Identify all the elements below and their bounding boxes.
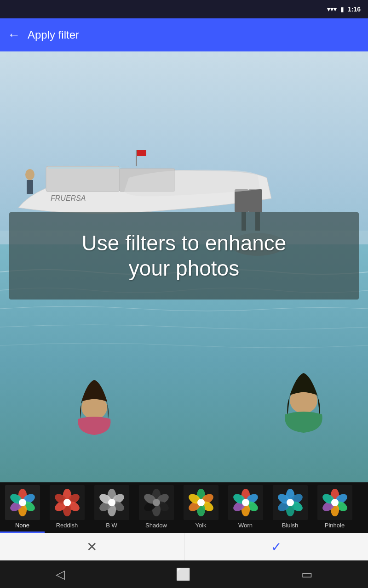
action-bar: ✕ ✓ (0, 533, 368, 560)
filter-item-bluish[interactable]: Bluish (268, 482, 312, 533)
filter-thumb-none (5, 485, 40, 520)
svg-point-72 (287, 499, 294, 506)
back-button[interactable]: ← (7, 28, 20, 42)
page-title: Apply filter (28, 28, 79, 41)
filter-thumb-pinhole (317, 485, 352, 520)
wifi-icon: ▾▾▾ (327, 6, 337, 13)
filter-item-shadow[interactable]: Shadow (134, 482, 178, 533)
filter-info-text: Use filters to enhanceyour photos (23, 231, 345, 281)
filter-thumb-container-shadow (139, 485, 174, 520)
filter-label-bluish: Bluish (282, 522, 298, 529)
filter-thumb-container-pinhole (317, 485, 352, 520)
back-nav-icon[interactable]: ◁ (56, 567, 65, 582)
filter-strip[interactable]: NoneReddishB WShadowYolkWornBluishPinhol… (0, 482, 368, 533)
filter-item-reddish[interactable]: Reddish (45, 482, 89, 533)
filter-thumb-container-none (5, 485, 40, 520)
status-time: 1:16 (348, 6, 361, 13)
svg-point-48 (153, 499, 160, 506)
svg-rect-7 (235, 189, 248, 212)
svg-point-32 (63, 499, 71, 506)
svg-point-24 (19, 499, 26, 506)
filter-item-pinhole[interactable]: Pinhole (312, 482, 357, 533)
svg-rect-3 (46, 166, 120, 192)
filter-thumb-container-reddish (50, 485, 85, 520)
filter-thumb-worn (228, 485, 263, 520)
filter-thumb-container-yolk (184, 485, 218, 520)
svg-rect-11 (27, 180, 33, 194)
status-bar: ▾▾▾ ▮ 1:16 (0, 0, 368, 18)
filter-thumb-container-bw (94, 485, 129, 520)
svg-point-80 (331, 499, 339, 506)
filter-item-none[interactable]: None (0, 482, 45, 533)
filter-label-yolk: Yolk (195, 522, 206, 529)
filter-thumb-container-worn (228, 485, 263, 520)
filter-label-none: None (15, 522, 29, 529)
home-nav-icon[interactable]: ⬜ (176, 567, 190, 582)
svg-rect-5 (248, 189, 262, 212)
filter-label-bw: B W (106, 522, 117, 529)
filter-label-pinhole: Pinhole (325, 522, 345, 529)
filter-thumb-reddish (50, 485, 85, 520)
app-bar: ← Apply filter (0, 18, 368, 51)
svg-point-10 (25, 169, 34, 180)
svg-point-56 (197, 499, 205, 506)
svg-point-40 (108, 499, 115, 506)
svg-point-64 (242, 499, 249, 506)
battery-icon: ▮ (340, 6, 344, 13)
filter-thumb-shadow (139, 485, 174, 520)
filter-info-box: Use filters to enhanceyour photos (9, 212, 359, 300)
nav-bar: ◁ ⬜ ▭ (0, 560, 368, 588)
filter-item-bw[interactable]: B W (89, 482, 134, 533)
filter-thumb-bw (94, 485, 129, 520)
filter-label-shadow: Shadow (145, 522, 167, 529)
recent-nav-icon[interactable]: ▭ (301, 567, 313, 582)
filter-thumb-yolk (184, 485, 218, 520)
filter-label-worn: Worn (238, 522, 253, 529)
cancel-button[interactable]: ✕ (0, 533, 184, 560)
photo-area: FRUERSA (0, 51, 368, 483)
svg-rect-13 (137, 150, 146, 156)
confirm-button[interactable]: ✓ (184, 533, 368, 560)
svg-text:FRUERSA: FRUERSA (51, 194, 86, 202)
filter-item-worn[interactable]: Worn (223, 482, 268, 533)
filter-item-yolk[interactable]: Yolk (178, 482, 223, 533)
filter-label-reddish: Reddish (56, 522, 78, 529)
filter-thumb-bluish (273, 485, 308, 520)
svg-rect-12 (136, 150, 137, 166)
filter-thumb-container-bluish (273, 485, 308, 520)
